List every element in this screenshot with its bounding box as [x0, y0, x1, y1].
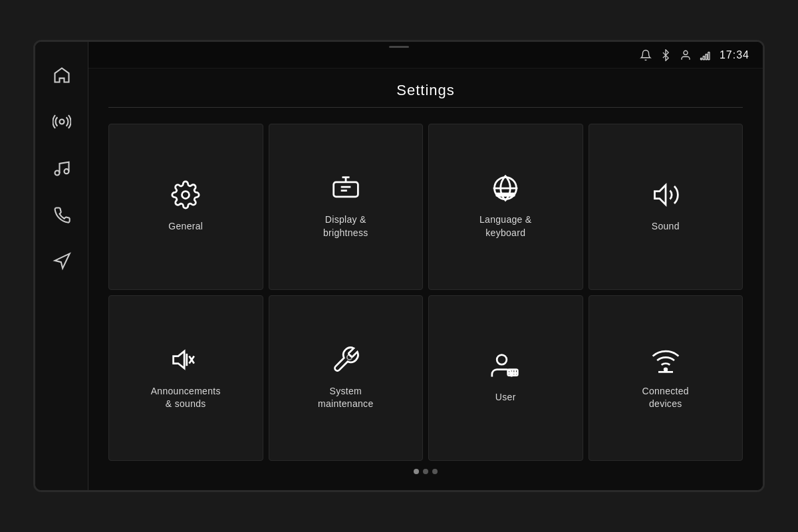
- navigation-icon: [53, 252, 71, 271]
- profile-icon: [680, 49, 692, 61]
- language-keyboard-label: Language &keyboard: [479, 213, 532, 239]
- sidebar-item-home[interactable]: [42, 55, 82, 95]
- svg-point-1: [55, 171, 59, 176]
- home-icon: [53, 66, 71, 84]
- pagination-dot-1[interactable]: [414, 469, 419, 474]
- tile-announcements-sounds[interactable]: Announcements& sounds: [108, 295, 263, 462]
- sidebar-item-phone[interactable]: [42, 195, 82, 235]
- tile-sound[interactable]: Sound: [589, 124, 743, 290]
- pagination: [108, 461, 743, 477]
- tile-display-brightness[interactable]: Display &brightness: [269, 124, 424, 290]
- tile-system-maintenance[interactable]: Systemmaintenance: [269, 295, 424, 462]
- sidebar-item-radio[interactable]: [42, 102, 82, 142]
- signal-icon: [700, 49, 712, 61]
- sidebar-item-media[interactable]: [42, 148, 82, 188]
- radio-icon: [53, 112, 71, 131]
- main-content: 17:34 Settings General: [88, 42, 763, 490]
- phone-icon: [53, 205, 71, 224]
- clock: 17:34: [720, 49, 749, 61]
- sound-label: Sound: [652, 220, 680, 233]
- status-icons: [640, 49, 712, 61]
- svg-point-19: [497, 355, 507, 365]
- page-title: Settings: [108, 82, 743, 99]
- svg-point-9: [182, 191, 190, 198]
- sidebar-item-navigation[interactable]: [42, 241, 82, 281]
- scroll-indicator: [389, 46, 409, 48]
- svg-rect-6: [703, 56, 704, 59]
- tile-user[interactable]: User: [428, 295, 583, 462]
- pagination-dot-3[interactable]: [432, 469, 438, 474]
- pagination-dot-2[interactable]: [423, 469, 428, 474]
- wifi-icon: [651, 345, 680, 377]
- wrench-icon: [331, 345, 360, 377]
- svg-point-25: [664, 368, 667, 370]
- svg-point-2: [64, 169, 68, 174]
- announcements-sounds-label: Announcements& sounds: [151, 385, 221, 411]
- tile-language-keyboard[interactable]: ⌨ Language &keyboard: [428, 124, 583, 290]
- tile-general[interactable]: General: [108, 124, 263, 290]
- settings-content: Settings General: [88, 68, 763, 490]
- user-label: User: [495, 391, 516, 404]
- bluetooth-icon: [660, 49, 672, 61]
- title-divider: [108, 107, 743, 108]
- sidebar: [35, 42, 88, 490]
- gear-icon: [171, 180, 200, 212]
- status-bar: 17:34: [88, 42, 763, 68]
- svg-point-0: [59, 120, 64, 124]
- svg-text:⌨: ⌨: [497, 193, 503, 197]
- svg-rect-5: [700, 58, 702, 59]
- svg-point-4: [684, 51, 688, 55]
- music-icon: [53, 159, 71, 178]
- svg-rect-7: [706, 54, 707, 59]
- tile-connected-devices[interactable]: Connecteddevices: [589, 295, 743, 462]
- car-infotainment-frame: 17:34 Settings General: [33, 40, 765, 492]
- speaker-icon: [171, 345, 200, 377]
- svg-rect-10: [333, 182, 358, 197]
- settings-grid: General Display &brightness: [108, 124, 743, 461]
- svg-marker-3: [55, 253, 69, 268]
- svg-rect-8: [708, 52, 710, 59]
- globe-icon: ⌨: [491, 174, 520, 205]
- general-label: General: [168, 220, 203, 233]
- svg-marker-14: [174, 351, 185, 368]
- display-icon: [331, 174, 360, 205]
- connected-devices-label: Connecteddevices: [642, 385, 689, 411]
- user-icon: [491, 351, 520, 383]
- display-brightness-label: Display &brightness: [323, 213, 368, 239]
- notification-icon: [640, 49, 652, 61]
- sound-icon: [651, 180, 680, 212]
- system-maintenance-label: Systemmaintenance: [318, 385, 373, 411]
